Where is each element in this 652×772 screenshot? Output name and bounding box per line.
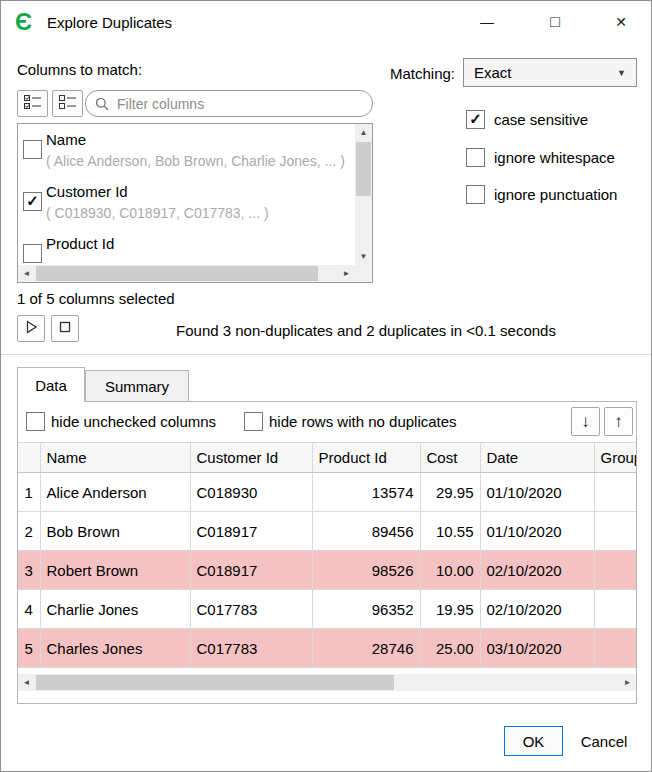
- tab-data-label: Data: [35, 377, 67, 394]
- scroll-left-icon[interactable]: ◄: [18, 265, 35, 282]
- check-all-icon: [24, 95, 42, 113]
- data-tab-panel: hide unchecked columns hide rows with no…: [17, 401, 637, 704]
- cell-customer-id: C018917: [190, 551, 312, 590]
- row-number-header: [18, 443, 40, 473]
- cell-customer-id: C017783: [190, 590, 312, 629]
- matching-label: Matching:: [381, 65, 455, 82]
- ok-button-label: OK: [523, 733, 545, 750]
- scroll-right-icon[interactable]: ►: [338, 265, 355, 282]
- cell-name: Robert Brown: [40, 551, 190, 590]
- scroll-up-icon[interactable]: ▲: [355, 124, 372, 141]
- column-header[interactable]: Product Id: [312, 443, 420, 473]
- cell-name: Charles Jones: [40, 629, 190, 668]
- explore-duplicates-dialog: Є Explore Duplicates — □ ✕ Columns to ma…: [0, 0, 652, 772]
- case-sensitive-checkbox[interactable]: ✓: [466, 110, 485, 129]
- tab-data[interactable]: Data: [17, 367, 85, 402]
- scrollbar-thumb[interactable]: [36, 675, 394, 690]
- columns-to-match-label: Columns to match:: [17, 61, 142, 78]
- separator: [1, 354, 652, 355]
- tab-summary[interactable]: Summary: [85, 370, 189, 401]
- table-horizontal-scrollbar[interactable]: ◄ ►: [18, 674, 636, 691]
- cell-customer-id: C017783: [190, 629, 312, 668]
- cancel-button-label: Cancel: [581, 733, 628, 750]
- scroll-down-icon[interactable]: ▼: [355, 248, 372, 265]
- cancel-button[interactable]: Cancel: [570, 726, 638, 756]
- checkmark-icon: ✓: [469, 111, 482, 126]
- close-icon: ✕: [615, 14, 627, 30]
- cell-cost: 10.00: [420, 551, 480, 590]
- matching-dropdown[interactable]: Exact ▼: [463, 58, 637, 87]
- column-product-id-checkbox[interactable]: [23, 244, 42, 263]
- ignore-punctuation-checkbox[interactable]: [466, 185, 485, 204]
- result-status: Found 3 non-duplicates and 2 duplicates …: [97, 322, 635, 339]
- stop-icon: [57, 319, 73, 338]
- checkmark-icon: ✓: [26, 193, 39, 208]
- table-row[interactable]: 1 Alice Anderson C018930 13574 29.95 01/…: [18, 473, 637, 512]
- cell-product-id: 28746: [312, 629, 420, 668]
- ignore-whitespace-checkbox[interactable]: [466, 148, 485, 167]
- cell-customer-id: C018930: [190, 473, 312, 512]
- scrollbar-thumb[interactable]: [36, 266, 318, 281]
- stop-button[interactable]: [51, 315, 79, 342]
- row-number: 4: [18, 590, 40, 629]
- table-row[interactable]: 2 Bob Brown C018917 89456 10.55 01/10/20…: [18, 512, 637, 551]
- minimize-button[interactable]: —: [465, 3, 509, 41]
- maximize-icon: □: [550, 13, 560, 31]
- hide-rows-no-duplicates-checkbox[interactable]: [244, 412, 263, 431]
- chevron-down-icon: ▼: [617, 68, 626, 78]
- row-number: 2: [18, 512, 40, 551]
- cell-group: [594, 551, 637, 590]
- cell-cost: 29.95: [420, 473, 480, 512]
- scrollbar-corner: [355, 265, 372, 282]
- column-customer-id-sample: ( C018930, C018917, C017783, ... ): [46, 205, 269, 221]
- cell-product-id: 96352: [312, 590, 420, 629]
- column-name-checkbox[interactable]: [23, 140, 42, 159]
- run-button[interactable]: [17, 315, 45, 342]
- scroll-left-icon[interactable]: ◄: [18, 674, 35, 691]
- column-header[interactable]: Cost: [420, 443, 480, 473]
- column-customer-id-checkbox[interactable]: ✓: [23, 192, 42, 211]
- uncheck-all-icon: [59, 95, 77, 113]
- ok-button[interactable]: OK: [504, 726, 563, 756]
- move-down-button[interactable]: ↓: [571, 407, 600, 436]
- minimize-icon: —: [480, 14, 494, 30]
- list-vertical-scrollbar[interactable]: ▲ ▼: [355, 124, 372, 265]
- cell-product-id: 89456: [312, 512, 420, 551]
- table-row-duplicate[interactable]: 3 Robert Brown C018917 98526 10.00 02/10…: [18, 551, 637, 590]
- check-all-columns-button[interactable]: [17, 90, 48, 117]
- close-button[interactable]: ✕: [599, 3, 643, 41]
- row-number: 5: [18, 629, 40, 668]
- column-name-sample: ( Alice Anderson, Bob Brown, Charlie Jon…: [46, 153, 345, 169]
- column-header[interactable]: Date: [480, 443, 594, 473]
- move-up-button[interactable]: ↑: [604, 407, 633, 436]
- table-row[interactable]: 4 Charlie Jones C017783 96352 19.95 02/1…: [18, 590, 637, 629]
- cell-group: [594, 629, 637, 668]
- column-header[interactable]: Customer Id: [190, 443, 312, 473]
- list-horizontal-scrollbar[interactable]: ◄ ►: [18, 265, 355, 282]
- row-number: 1: [18, 473, 40, 512]
- cell-group: [594, 590, 637, 629]
- hide-unchecked-columns-checkbox[interactable]: [26, 412, 45, 431]
- play-icon: [23, 319, 39, 338]
- column-header[interactable]: Name: [40, 443, 190, 473]
- cell-name: Alice Anderson: [40, 473, 190, 512]
- table-row-duplicate[interactable]: 5 Charles Jones C017783 28746 25.00 03/1…: [18, 629, 637, 668]
- case-sensitive-label: case sensitive: [494, 111, 588, 128]
- column-customer-id-label: Customer Id: [46, 183, 128, 200]
- app-logo-icon: Є: [15, 8, 32, 36]
- maximize-button[interactable]: □: [533, 3, 577, 41]
- filter-columns-input[interactable]: [115, 95, 372, 113]
- column-name-label: Name: [46, 131, 86, 148]
- cell-cost: 25.00: [420, 629, 480, 668]
- tab-summary-label: Summary: [105, 378, 169, 395]
- cell-cost: 10.55: [420, 512, 480, 551]
- ignore-whitespace-label: ignore whitespace: [494, 149, 615, 166]
- scrollbar-thumb[interactable]: [356, 142, 371, 196]
- search-icon: [95, 97, 109, 111]
- column-header[interactable]: Group: [594, 443, 637, 473]
- cell-name: Charlie Jones: [40, 590, 190, 629]
- arrow-down-icon: ↓: [581, 412, 590, 432]
- scroll-right-icon[interactable]: ►: [619, 674, 636, 691]
- cell-product-id: 98526: [312, 551, 420, 590]
- uncheck-all-columns-button[interactable]: [52, 90, 83, 117]
